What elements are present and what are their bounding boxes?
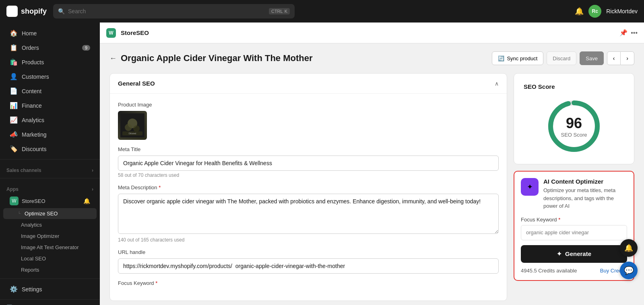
- pin-icon[interactable]: 📌: [619, 29, 627, 37]
- discard-button[interactable]: Discard: [547, 51, 576, 65]
- settings-label: Settings: [22, 286, 42, 293]
- tree-connector-icon: └: [18, 211, 21, 216]
- score-number: 96: [561, 115, 587, 132]
- sidebar-label-marketing: Marketing: [22, 131, 46, 138]
- score-text: 96 SEO Score: [561, 115, 587, 138]
- ai-focus-keyword-input[interactable]: [521, 225, 627, 240]
- sidebar-sub-item-image-alt-text[interactable]: Image Alt Text Generator: [3, 242, 97, 253]
- shopify-bag-icon: 🛍: [6, 6, 18, 17]
- shopify-logo: 🛍 shopify: [6, 6, 47, 17]
- shopify-wordmark: shopify: [21, 7, 47, 16]
- sidebar-item-storeseo[interactable]: W StoreSEO 🔔: [3, 194, 97, 208]
- chevron-right-icon-apps: ›: [92, 186, 93, 192]
- more-options-icon[interactable]: •••: [631, 29, 638, 37]
- focus-keyword-field: Focus Keyword: [118, 280, 499, 286]
- app-name-label: StoreSEO: [121, 29, 149, 36]
- page-title-row: ← Organic Apple Cider Vinegar With The M…: [109, 53, 313, 63]
- general-seo-title: General SEO: [118, 80, 155, 87]
- topbar: 🛍 shopify 🔍 CTRL K 🔔 Rc RickMortdev: [0, 0, 644, 23]
- sidebar-sub-item-reports[interactable]: Reports: [3, 264, 97, 275]
- product-image-field: Product Image: [118, 102, 499, 140]
- sidebar-item-analytics[interactable]: 📈 Analytics: [3, 113, 97, 127]
- seo-score-title: SEO Score: [524, 83, 624, 90]
- ai-title: AI Content Optimizer: [543, 178, 627, 185]
- score-circle-container: 96 SEO Score: [524, 98, 624, 154]
- prev-arrow-button[interactable]: ‹: [607, 51, 621, 65]
- sidebar-item-finance[interactable]: 📊 Finance: [3, 98, 97, 113]
- credits-available-text: 4945.5 Credits available: [521, 268, 577, 274]
- sidebar-sub-item-analytics[interactable]: Analytics: [3, 219, 97, 230]
- sidebar-label-products: Products: [22, 59, 44, 66]
- ai-footer: 4945.5 Credits available Buy Credits: [521, 268, 627, 274]
- sidebar-item-content[interactable]: 📄 Content: [3, 84, 97, 98]
- general-seo-card-header: General SEO ∧: [110, 74, 507, 94]
- meta-title-input[interactable]: [118, 156, 499, 171]
- product-img-inner: Diluted: [118, 111, 147, 140]
- search-bar[interactable]: 🔍 CTRL K: [53, 4, 295, 18]
- next-arrow-button[interactable]: ›: [621, 51, 634, 65]
- sales-channels-label: Sales channels: [6, 168, 41, 173]
- meta-title-char-count: 58 out of 70 characters used: [118, 172, 499, 178]
- optimize-seo-label: Optimize SEO: [25, 211, 58, 217]
- sidebar-sub-item-image-optimizer[interactable]: Image Optimizer: [3, 231, 97, 242]
- collapse-icon[interactable]: ∧: [495, 80, 499, 87]
- page-header: ← Organic Apple Cider Vinegar With The M…: [109, 51, 634, 65]
- storeseo-bell-icon[interactable]: 🔔: [83, 198, 90, 204]
- non-transferable-badge: ℹ️ Non-transferable: [0, 299, 100, 305]
- sidebar-label-orders: Orders: [22, 45, 39, 51]
- discounts-icon: 🏷️: [10, 145, 18, 153]
- sidebar-label-content: Content: [22, 88, 41, 94]
- url-handle-field: URL handle: [118, 249, 499, 274]
- floating-notification-button[interactable]: 🔔: [620, 239, 638, 257]
- search-input[interactable]: [68, 8, 266, 14]
- meta-description-textarea[interactable]: Discover organic apple cider vinegar wit…: [118, 194, 499, 234]
- sidebar-sub-item-local-seo[interactable]: Local SEO: [3, 253, 97, 264]
- storeseo-icon: W: [10, 197, 19, 205]
- meta-title-label: Meta Title: [118, 146, 499, 152]
- meta-title-field: Meta Title 58 out of 70 characters used: [118, 146, 499, 178]
- sidebar-item-orders[interactable]: 📋 Orders 9: [3, 41, 97, 55]
- sidebar-item-marketing[interactable]: 📣 Marketing: [3, 127, 97, 141]
- general-seo-card: General SEO ∧ Product Image: [109, 73, 507, 301]
- sidebar-item-optimize-seo[interactable]: └ Optimize SEO: [3, 208, 97, 219]
- sidebar-divider-2: [0, 178, 100, 178]
- app-logo-icon: W: [106, 28, 116, 38]
- generate-star-icon: ✦: [557, 250, 562, 258]
- sidebar-item-discounts[interactable]: 🏷️ Discounts: [3, 142, 97, 156]
- meta-description-field: Meta Description Discover organic apple …: [118, 184, 499, 243]
- search-icon: 🔍: [58, 8, 65, 14]
- orders-icon: 📋: [10, 44, 18, 51]
- settings-icon: ⚙️: [10, 285, 18, 293]
- col-left: General SEO ∧ Product Image: [109, 73, 507, 305]
- svg-text:Diluted: Diluted: [129, 132, 136, 135]
- search-shortcut: CTRL K: [269, 8, 290, 14]
- sidebar-item-settings[interactable]: ⚙️ Settings: [3, 282, 97, 296]
- sync-product-button[interactable]: 🔄 Sync product: [492, 51, 543, 65]
- product-image-label: Product Image: [118, 102, 499, 108]
- nav-arrows: ‹ ›: [607, 51, 634, 65]
- url-handle-label: URL handle: [118, 249, 499, 255]
- topbar-right: 🔔 Rc RickMortdev: [575, 5, 638, 18]
- url-handle-input[interactable]: [118, 258, 499, 274]
- sidebar-item-products[interactable]: 🛍️ Products: [3, 55, 97, 69]
- sidebar-item-customers[interactable]: 👤 Customers: [3, 70, 97, 84]
- floating-chat-button[interactable]: 💬: [620, 262, 638, 279]
- generate-button[interactable]: ✦ Generate: [521, 245, 627, 263]
- ai-optimizer-card: ✦ AI Content Optimizer Optimize your met…: [514, 171, 634, 281]
- home-icon: 🏠: [10, 29, 18, 37]
- avatar[interactable]: Rc: [588, 5, 601, 18]
- sales-channels-section: Sales channels ›: [0, 163, 100, 175]
- save-button[interactable]: Save: [580, 51, 604, 65]
- sidebar-item-home[interactable]: 🏠 Home: [3, 26, 97, 40]
- main-content: W StoreSEO 📌 ••• ← Organic Apple Cider V…: [100, 23, 644, 305]
- finance-icon: 📊: [10, 102, 18, 109]
- sidebar-label-finance: Finance: [22, 102, 42, 109]
- username: RickMortdev: [606, 8, 638, 14]
- back-button[interactable]: ←: [109, 54, 117, 63]
- score-label-text: SEO Score: [561, 132, 587, 138]
- ai-focus-keyword-label: Focus Keyword: [521, 217, 627, 223]
- notification-icon[interactable]: 🔔: [575, 7, 584, 16]
- general-seo-card-body: Product Image: [110, 94, 507, 301]
- apps-label: Apps: [6, 186, 19, 192]
- meta-description-label: Meta Description: [118, 184, 499, 190]
